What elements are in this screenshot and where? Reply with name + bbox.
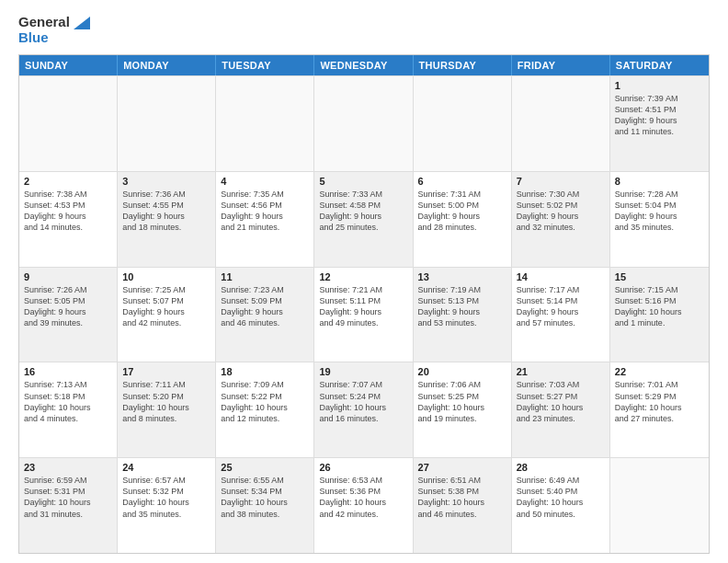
day-info: Sunrise: 6:57 AM Sunset: 5:32 PM Dayligh… <box>122 475 210 520</box>
day-info: Sunrise: 7:09 AM Sunset: 5:22 PM Dayligh… <box>221 379 309 424</box>
header-cell-friday: Friday <box>512 55 610 75</box>
day-number: 6 <box>418 176 506 187</box>
day-info: Sunrise: 7:03 AM Sunset: 5:27 PM Dayligh… <box>517 379 605 424</box>
calendar-week-4: 16Sunrise: 7:13 AM Sunset: 5:18 PM Dayli… <box>19 362 709 457</box>
day-info: Sunrise: 7:33 AM Sunset: 4:58 PM Dayligh… <box>319 189 407 234</box>
day-number: 10 <box>122 271 210 282</box>
day-info: Sunrise: 6:55 AM Sunset: 5:34 PM Dayligh… <box>221 475 309 520</box>
day-number: 13 <box>418 271 506 282</box>
day-info: Sunrise: 6:51 AM Sunset: 5:38 PM Dayligh… <box>418 475 506 520</box>
calendar-cell: 18Sunrise: 7:09 AM Sunset: 5:22 PM Dayli… <box>216 362 314 457</box>
calendar-cell: 8Sunrise: 7:28 AM Sunset: 5:04 PM Daylig… <box>610 172 709 267</box>
calendar-cell: 16Sunrise: 7:13 AM Sunset: 5:18 PM Dayli… <box>19 362 118 457</box>
day-info: Sunrise: 7:17 AM Sunset: 5:14 PM Dayligh… <box>517 284 605 329</box>
day-number: 2 <box>24 176 112 187</box>
calendar-cell: 27Sunrise: 6:51 AM Sunset: 5:38 PM Dayli… <box>414 458 512 553</box>
calendar-week-5: 23Sunrise: 6:59 AM Sunset: 5:31 PM Dayli… <box>19 457 709 553</box>
calendar-week-2: 2Sunrise: 7:38 AM Sunset: 4:53 PM Daylig… <box>19 171 709 267</box>
header-cell-tuesday: Tuesday <box>216 55 314 75</box>
calendar-cell: 26Sunrise: 6:53 AM Sunset: 5:36 PM Dayli… <box>314 458 413 553</box>
day-info: Sunrise: 7:36 AM Sunset: 4:55 PM Dayligh… <box>122 189 210 234</box>
day-info: Sunrise: 7:06 AM Sunset: 5:25 PM Dayligh… <box>418 379 506 424</box>
day-info: Sunrise: 7:35 AM Sunset: 4:56 PM Dayligh… <box>221 189 309 234</box>
day-number: 15 <box>615 271 704 282</box>
day-info: Sunrise: 7:28 AM Sunset: 5:04 PM Dayligh… <box>615 189 704 234</box>
day-info: Sunrise: 6:49 AM Sunset: 5:40 PM Dayligh… <box>517 475 605 520</box>
day-info: Sunrise: 7:07 AM Sunset: 5:24 PM Dayligh… <box>319 379 407 424</box>
calendar-cell: 5Sunrise: 7:33 AM Sunset: 4:58 PM Daylig… <box>314 172 413 267</box>
header-cell-thursday: Thursday <box>414 55 512 75</box>
day-number: 19 <box>319 366 407 377</box>
calendar-cell: 20Sunrise: 7:06 AM Sunset: 5:25 PM Dayli… <box>414 362 512 457</box>
calendar-cell: 21Sunrise: 7:03 AM Sunset: 5:27 PM Dayli… <box>512 362 610 457</box>
calendar-cell: 9Sunrise: 7:26 AM Sunset: 5:05 PM Daylig… <box>19 268 118 362</box>
day-info: Sunrise: 7:21 AM Sunset: 5:11 PM Dayligh… <box>319 284 407 329</box>
calendar-cell <box>414 76 512 171</box>
day-number: 9 <box>24 271 112 282</box>
calendar-cell <box>314 76 413 171</box>
header-cell-sunday: Sunday <box>19 55 118 75</box>
day-info: Sunrise: 7:01 AM Sunset: 5:29 PM Dayligh… <box>615 379 704 424</box>
calendar-cell: 14Sunrise: 7:17 AM Sunset: 5:14 PM Dayli… <box>512 268 610 362</box>
day-number: 1 <box>615 80 704 91</box>
calendar-cell <box>610 458 709 553</box>
calendar-page: General Blue SundayMondayTuesdayWednesda… <box>0 0 728 563</box>
day-info: Sunrise: 7:26 AM Sunset: 5:05 PM Dayligh… <box>24 284 112 329</box>
day-number: 11 <box>221 271 309 282</box>
day-info: Sunrise: 7:19 AM Sunset: 5:13 PM Dayligh… <box>418 284 506 329</box>
calendar-cell: 22Sunrise: 7:01 AM Sunset: 5:29 PM Dayli… <box>610 362 709 457</box>
calendar-cell: 15Sunrise: 7:15 AM Sunset: 5:16 PM Dayli… <box>610 268 709 362</box>
day-number: 27 <box>418 462 506 473</box>
day-number: 17 <box>122 366 210 377</box>
calendar-cell: 7Sunrise: 7:30 AM Sunset: 5:02 PM Daylig… <box>512 172 610 267</box>
calendar-body: 1Sunrise: 7:39 AM Sunset: 4:51 PM Daylig… <box>19 75 709 553</box>
calendar-cell <box>512 76 610 171</box>
calendar-week-3: 9Sunrise: 7:26 AM Sunset: 5:05 PM Daylig… <box>19 267 709 362</box>
day-info: Sunrise: 6:53 AM Sunset: 5:36 PM Dayligh… <box>319 475 407 520</box>
calendar-cell: 2Sunrise: 7:38 AM Sunset: 4:53 PM Daylig… <box>19 172 118 267</box>
day-info: Sunrise: 7:11 AM Sunset: 5:20 PM Dayligh… <box>122 379 210 424</box>
day-number: 16 <box>24 366 112 377</box>
day-number: 5 <box>319 176 407 187</box>
day-number: 24 <box>122 462 210 473</box>
calendar-cell: 25Sunrise: 6:55 AM Sunset: 5:34 PM Dayli… <box>216 458 314 553</box>
day-info: Sunrise: 7:38 AM Sunset: 4:53 PM Dayligh… <box>24 189 112 234</box>
day-info: Sunrise: 6:59 AM Sunset: 5:31 PM Dayligh… <box>24 475 112 520</box>
calendar-cell: 12Sunrise: 7:21 AM Sunset: 5:11 PM Dayli… <box>314 268 413 362</box>
day-number: 23 <box>24 462 112 473</box>
day-info: Sunrise: 7:23 AM Sunset: 5:09 PM Dayligh… <box>221 284 309 329</box>
day-number: 26 <box>319 462 407 473</box>
day-info: Sunrise: 7:15 AM Sunset: 5:16 PM Dayligh… <box>615 284 704 329</box>
header-cell-wednesday: Wednesday <box>314 55 413 75</box>
calendar-cell <box>118 76 216 171</box>
calendar-cell: 19Sunrise: 7:07 AM Sunset: 5:24 PM Dayli… <box>314 362 413 457</box>
svg-marker-0 <box>74 17 90 29</box>
day-number: 7 <box>517 176 605 187</box>
day-number: 28 <box>517 462 605 473</box>
day-number: 21 <box>517 366 605 377</box>
calendar-cell: 17Sunrise: 7:11 AM Sunset: 5:20 PM Dayli… <box>118 362 216 457</box>
calendar-cell: 10Sunrise: 7:25 AM Sunset: 5:07 PM Dayli… <box>118 268 216 362</box>
calendar-cell: 28Sunrise: 6:49 AM Sunset: 5:40 PM Dayli… <box>512 458 610 553</box>
logo: General Blue <box>18 15 90 45</box>
calendar-cell: 1Sunrise: 7:39 AM Sunset: 4:51 PM Daylig… <box>610 76 709 171</box>
calendar-cell <box>19 76 118 171</box>
day-info: Sunrise: 7:39 AM Sunset: 4:51 PM Dayligh… <box>615 93 704 138</box>
calendar: SundayMondayTuesdayWednesdayThursdayFrid… <box>18 54 710 554</box>
calendar-header: SundayMondayTuesdayWednesdayThursdayFrid… <box>19 55 709 75</box>
day-number: 4 <box>221 176 309 187</box>
calendar-cell: 24Sunrise: 6:57 AM Sunset: 5:32 PM Dayli… <box>118 458 216 553</box>
calendar-cell: 23Sunrise: 6:59 AM Sunset: 5:31 PM Dayli… <box>19 458 118 553</box>
day-number: 22 <box>615 366 704 377</box>
day-info: Sunrise: 7:13 AM Sunset: 5:18 PM Dayligh… <box>24 379 112 424</box>
day-number: 25 <box>221 462 309 473</box>
header-cell-monday: Monday <box>118 55 216 75</box>
day-info: Sunrise: 7:25 AM Sunset: 5:07 PM Dayligh… <box>122 284 210 329</box>
day-info: Sunrise: 7:31 AM Sunset: 5:00 PM Dayligh… <box>418 189 506 234</box>
day-number: 12 <box>319 271 407 282</box>
calendar-cell: 11Sunrise: 7:23 AM Sunset: 5:09 PM Dayli… <box>216 268 314 362</box>
day-number: 8 <box>615 176 704 187</box>
calendar-cell: 6Sunrise: 7:31 AM Sunset: 5:00 PM Daylig… <box>414 172 512 267</box>
calendar-cell <box>216 76 314 171</box>
calendar-cell: 3Sunrise: 7:36 AM Sunset: 4:55 PM Daylig… <box>118 172 216 267</box>
